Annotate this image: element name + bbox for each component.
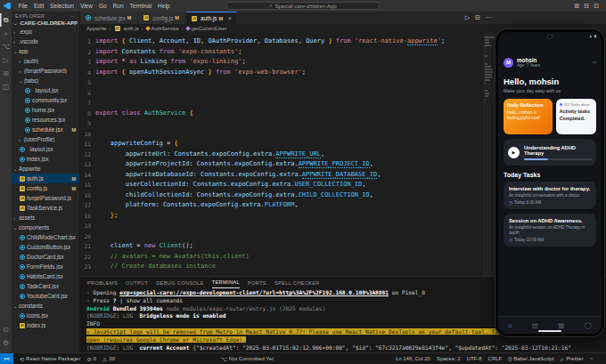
tree-item-appwrite[interactable]: ⌄Appwrite xyxy=(12,164,79,174)
status-babel-javascript[interactable]: {}Babel JavaScript xyxy=(508,356,553,361)
bell-icon[interactable]: ∩ xyxy=(593,60,596,65)
nav-profile-icon[interactable]: ◯ xyxy=(584,321,591,329)
tree-item-forgetpassword[interactable]: ›(forgetPassword) xyxy=(12,66,79,76)
account-icon[interactable]: ⊙ xyxy=(0,323,12,336)
tree-item-userprofile[interactable]: ›(userProfile) xyxy=(12,134,79,144)
menu-terminal[interactable]: Terminal xyxy=(127,3,155,9)
audio-progress-bar[interactable] xyxy=(524,158,592,160)
tree-item-constants[interactable]: ⌄constants xyxy=(12,301,79,311)
tree-item-schedule-jsx[interactable]: schedule.jsxM xyxy=(12,125,79,134)
tree-item-components[interactable]: ⌄components xyxy=(12,222,79,232)
tab-schedule-jsx[interactable]: schedule.jsxM xyxy=(80,12,138,24)
tree-item-auth[interactable]: ›(auth) xyxy=(12,56,79,66)
panel-tab-output[interactable]: OUTPUT xyxy=(126,277,148,288)
tree-item-index-jsx[interactable]: index.jsx xyxy=(12,154,79,164)
tree-item-layout-jsx[interactable]: _layout.jsx xyxy=(12,144,79,154)
tree-item-community-jsx[interactable]: community.jsx xyxy=(12,95,79,105)
status-30[interactable]: ⚠30 xyxy=(102,356,115,362)
more-actions-icon[interactable]: ⋯ xyxy=(70,13,76,19)
tree-item-taskservice-js[interactable]: JSTaskService.js xyxy=(12,203,79,213)
panel-tab-spell-checker[interactable]: SPELL CHECKER xyxy=(274,277,320,288)
tree-item-expo[interactable]: ›.expo xyxy=(12,27,79,36)
file-label: config.js xyxy=(27,185,47,191)
play-button[interactable]: ▶ xyxy=(508,147,520,158)
search-icon[interactable]: ⌕ xyxy=(0,27,12,40)
tree-item-tabs[interactable]: ⌄(tabs) xyxy=(12,76,79,85)
remote-indicator[interactable]: >< xyxy=(0,353,13,364)
menu-edit[interactable]: Edit xyxy=(30,3,46,9)
status-0[interactable]: ⊘0 xyxy=(86,356,95,362)
tree-item-childmodechart-jsx[interactable]: ChildModeChart.jsx xyxy=(12,232,79,242)
tree-item-forgetpassword-js[interactable]: JSforgetPassword.js xyxy=(12,193,79,203)
status-prettier[interactable]: ✓Prettier xyxy=(560,356,583,362)
status-bell[interactable]: ∩ xyxy=(590,356,594,361)
tree-item-custombutton-jsx[interactable]: CustomButton.jsx xyxy=(12,242,79,252)
tree-item-auth-js[interactable]: JSauth.jsM xyxy=(12,174,79,183)
tree-item-youtubecard-jsx[interactable]: YoutubeCard.jsx xyxy=(12,291,79,301)
tree-item-vscode[interactable]: ›.vscode xyxy=(12,36,79,46)
breadcrumb-appwrite[interactable]: Appwrite xyxy=(86,26,107,31)
tree-item-home-jsx[interactable]: home.jsx xyxy=(12,105,79,115)
tree-item-habitscard-jsx[interactable]: HabitsCard.jsx xyxy=(12,271,79,281)
tree-item-config-js[interactable]: JSconfig.jsM xyxy=(12,183,79,193)
js-file-icon: JS xyxy=(143,15,149,20)
tree-item-doctorcard-jsx[interactable]: DoctorCard.jsx xyxy=(12,252,79,262)
status-ln-146-col-20[interactable]: Ln 146, Col 20 xyxy=(396,356,430,361)
breadcrumb-auth-js[interactable]: JSauth.js xyxy=(114,26,139,31)
tree-item-index-js[interactable]: JSindex.js xyxy=(12,320,79,330)
source-control-icon[interactable]: ⌥ xyxy=(0,40,12,53)
menu-help[interactable]: Help xyxy=(155,3,173,9)
menu-go[interactable]: Go xyxy=(95,3,110,9)
tree-item-icons-jsx[interactable]: icons.jsx xyxy=(12,311,79,320)
git-modified-badge: M xyxy=(71,186,78,191)
remote-explorer-icon[interactable]: ◫ xyxy=(0,80,12,93)
panel-tab-ports[interactable]: PORTS xyxy=(248,277,266,288)
extensions-icon[interactable]: ⊞ xyxy=(0,67,12,80)
status-crlf[interactable]: CRLF xyxy=(488,356,503,361)
panel-tab-problems[interactable]: PROBLEMS xyxy=(87,277,118,288)
breadcrumb-getcurrentuser[interactable]: getCurrentUser xyxy=(186,26,227,31)
task-card[interactable]: Interview with doctor for therapy.An ins… xyxy=(504,182,596,209)
tree-item-taskcard-jsx[interactable]: TaskCard.jsx xyxy=(12,281,79,291)
avatar[interactable]: M xyxy=(504,58,513,68)
status-utf-8[interactable]: UTF-8 xyxy=(467,356,482,361)
nav-calendar-icon[interactable]: ▦ xyxy=(558,321,564,329)
explorer-icon[interactable]: ⧉ xyxy=(0,13,12,27)
status-react-native-packager[interactable]: ⟲React Native Packager xyxy=(20,356,80,362)
toggle-panel-icon[interactable]: ⊟ xyxy=(584,3,589,10)
panel-tab-debug-console[interactable]: DEBUG CONSOLE xyxy=(156,277,204,288)
more-icon[interactable]: ⋯ xyxy=(486,14,492,21)
breadcrumb-authservice[interactable]: AuthService xyxy=(146,26,179,31)
project-root-row[interactable]: ⌄ SPECIAL-CARE-CHILDREN-APP xyxy=(12,20,79,27)
tree-item-layout-jsx[interactable]: _layout.jsx xyxy=(12,85,79,95)
status-spaces-2[interactable]: Spaces: 2 xyxy=(437,356,461,361)
nav-home-icon[interactable]: ⌂ xyxy=(508,321,512,329)
menu-file[interactable]: File xyxy=(15,3,30,9)
audio-player-card[interactable]: ▶ Understanding ADHD Therapy xyxy=(504,139,596,166)
tree-item-app[interactable]: ⌄app xyxy=(12,46,79,56)
daily-reflection-card[interactable]: Daily Reflection Hello, mohsin is feelin… xyxy=(504,99,553,134)
tree-item-assets[interactable]: ›assets xyxy=(12,213,79,222)
tree-item-resources-jsx[interactable]: resources.jsx xyxy=(12,115,79,125)
tasks-progress-card[interactable]: 2/2 Tasks done Activity tasks Completed. xyxy=(556,99,596,134)
tab-auth-js[interactable]: JSauth.jsM× xyxy=(186,12,237,24)
status-not-committed-yet[interactable]: ⌥Not Committed Yet xyxy=(221,356,274,362)
minimap[interactable] xyxy=(483,33,495,276)
panel-tab-terminal[interactable]: TERMINAL xyxy=(212,277,240,288)
split-editor-icon[interactable]: ⊟ xyxy=(475,14,480,21)
tab-config-js[interactable]: JSconfig.jsM xyxy=(138,12,186,24)
run-icon[interactable]: ▷ xyxy=(465,14,470,21)
menu-run[interactable]: Run xyxy=(110,3,127,9)
menu-selection[interactable]: Selection xyxy=(47,3,78,9)
run-and-debug-icon[interactable]: ▷ xyxy=(0,53,12,67)
menu-view[interactable]: View xyxy=(77,3,95,9)
toggle-secondary-sidebar-icon[interactable]: ⊡ xyxy=(594,3,599,10)
tree-item-formfields-jsx[interactable]: FormFields.jsx xyxy=(12,262,79,271)
nav-tasks-icon[interactable]: ▤ xyxy=(532,321,538,329)
settings-icon[interactable]: ⚙ xyxy=(0,336,12,350)
toggle-sidebar-icon[interactable]: ⊞ xyxy=(574,3,579,10)
close-icon[interactable]: × xyxy=(228,15,232,21)
task-card[interactable]: Session on ADHD Awareness.An insightful … xyxy=(504,214,596,247)
command-center-search[interactable]: ⌕ Special-care-children-App xyxy=(226,2,380,10)
line-number: 15 xyxy=(80,180,95,190)
